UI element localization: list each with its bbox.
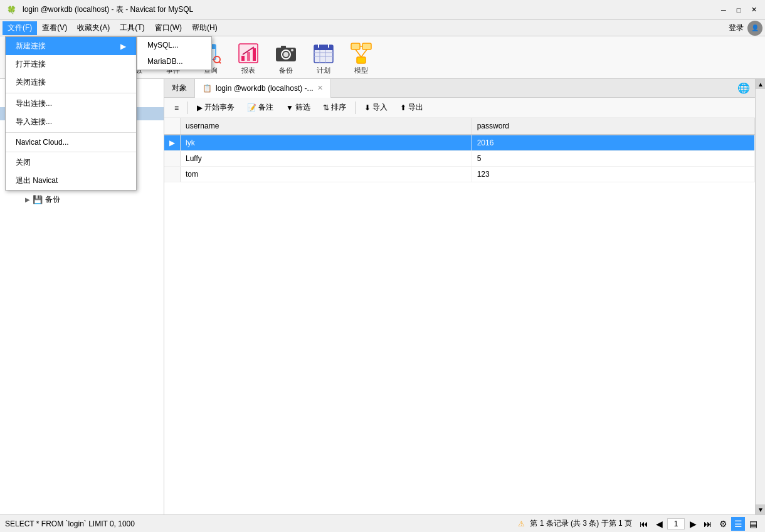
dropdown-navicat-cloud[interactable]: Navicat Cloud...	[6, 134, 136, 150]
toolbar-model[interactable]: 模型	[344, 39, 379, 76]
dropdown-close-conn[interactable]: 关闭连接	[6, 73, 136, 91]
model-icon	[350, 42, 372, 65]
filter-icon: ▼	[286, 103, 293, 112]
dropdown-divider-1	[6, 93, 136, 93]
page-number[interactable]: 1	[667, 518, 685, 529]
svg-rect-47	[362, 43, 371, 50]
tab-login-label: login @workdb (localhost) -...	[216, 84, 314, 93]
menu-view[interactable]: 查看(V)	[37, 21, 72, 35]
dropdown-open-conn[interactable]: 打开连接	[6, 55, 136, 73]
sort-label: 排序	[331, 102, 346, 113]
dropdown-import-conn[interactable]: 导入连接...	[6, 113, 136, 131]
maximize-button[interactable]: □	[732, 4, 745, 16]
svg-rect-39	[314, 45, 333, 50]
submenu-mysql[interactable]: MySQL...	[137, 37, 211, 53]
cell-username[interactable]: Luffy	[181, 151, 472, 167]
table-row[interactable]: tom 123	[164, 167, 755, 182]
window-title: login @workdb (localhost) - 表 - Navicat …	[23, 4, 717, 15]
dropdown-new-conn[interactable]: 新建连接 ▶	[6, 37, 136, 55]
scroll-track[interactable]	[756, 89, 765, 504]
export-button[interactable]: ⬆ 导出	[395, 100, 428, 115]
scroll-down[interactable]: ▼	[756, 504, 765, 514]
tab-new-button[interactable]: 🌐	[732, 80, 755, 96]
svg-rect-36	[281, 46, 286, 48]
sort-button[interactable]: ⇅ 排序	[318, 100, 351, 115]
last-page-button[interactable]: ⏭	[701, 517, 715, 531]
scroll-up[interactable]: ▲	[756, 79, 765, 89]
table-row[interactable]: Luffy 5	[164, 151, 755, 167]
menu-tools[interactable]: 工具(T)	[115, 21, 149, 35]
submenu-mariadb[interactable]: MariaDB...	[137, 53, 211, 70]
separator-2	[355, 102, 356, 114]
dropdown-close[interactable]: 关闭	[6, 154, 136, 172]
page-info: 第 1 条记录 (共 3 条) 于第 1 页	[530, 518, 632, 529]
row-marker	[164, 167, 181, 182]
tab-search-input[interactable]	[336, 84, 727, 93]
toolbar-report[interactable]: 报表	[231, 39, 266, 76]
backup-group-icon: 💾	[33, 195, 43, 204]
separator-1	[187, 102, 188, 114]
minimize-button[interactable]: ─	[717, 4, 730, 16]
grid-view-button[interactable]: ☰	[731, 517, 745, 531]
status-bar: SELECT * FROM `login` LIMIT 0, 1000 ⚠ 第 …	[0, 514, 765, 532]
toolbar-plan[interactable]: 计划	[306, 39, 341, 76]
col-password[interactable]: password	[472, 118, 754, 135]
menu-help[interactable]: 帮助(H)	[187, 21, 223, 35]
data-table: username password ▶ lyk 2016 Luffy 5	[164, 118, 755, 182]
col-username[interactable]: username	[181, 118, 472, 135]
backup-group-label: 备份	[45, 194, 60, 205]
sidebar-backup-group[interactable]: ▶ 💾 备份	[0, 192, 164, 207]
tab-object[interactable]: 对象	[164, 79, 195, 98]
row-indicator-header	[164, 118, 181, 135]
svg-line-28	[219, 61, 221, 63]
login-label[interactable]: 登录	[729, 23, 744, 33]
first-page-button[interactable]: ⏮	[637, 517, 651, 531]
export-label: 导出	[408, 102, 423, 113]
svg-rect-31	[247, 52, 250, 61]
comment-button[interactable]: 📝 备注	[242, 100, 278, 115]
cell-password[interactable]: 2016	[472, 135, 754, 151]
cell-password[interactable]: 123	[472, 167, 754, 182]
table-row[interactable]: ▶ lyk 2016	[164, 135, 755, 151]
prev-page-button[interactable]: ◀	[652, 517, 666, 531]
transaction-button[interactable]: ▶ 开始事务	[192, 100, 240, 115]
toolbar-backup[interactable]: 备份	[268, 39, 303, 76]
settings-button[interactable]: ⚙	[716, 517, 730, 531]
cell-username[interactable]: lyk	[181, 135, 472, 151]
row-marker	[164, 151, 181, 167]
svg-line-50	[361, 50, 367, 57]
svg-rect-46	[351, 43, 360, 50]
toolbar-model-label: 模型	[354, 66, 368, 75]
app-logo: 🍀	[5, 4, 18, 16]
menu-bar: 文件(F) 查看(V) 收藏夹(A) 工具(T) 窗口(W) 帮助(H) 登录 …	[0, 20, 765, 36]
warning-icon: ⚠	[518, 519, 525, 528]
next-page-button[interactable]: ▶	[686, 517, 700, 531]
import-icon: ⬇	[364, 103, 371, 112]
tab-login-table[interactable]: 📋 login @workdb (localhost) -... ✕	[195, 79, 331, 98]
import-button[interactable]: ⬇ 导入	[359, 100, 393, 115]
tab-login-icon: 📋	[203, 84, 212, 93]
tab-object-label: 对象	[172, 83, 187, 93]
menu-button[interactable]: ≡	[169, 102, 184, 114]
dropdown-export-conn[interactable]: 导出连接...	[6, 95, 136, 113]
filter-button[interactable]: ▼ 筛选	[281, 100, 315, 115]
cell-username[interactable]: tom	[181, 167, 472, 182]
list-view-button[interactable]: ▤	[746, 517, 760, 531]
right-scrollbar[interactable]: ▲ ▼	[755, 79, 765, 514]
menu-window[interactable]: 窗口(W)	[150, 21, 187, 35]
svg-rect-32	[253, 48, 256, 61]
close-button[interactable]: ✕	[747, 4, 760, 16]
filter-label: 筛选	[295, 102, 310, 113]
dropdown-exit[interactable]: 退出 Navicat	[6, 172, 136, 190]
toolbar-backup-label: 备份	[279, 66, 293, 75]
user-avatar[interactable]: 👤	[747, 21, 762, 36]
import-label: 导入	[372, 102, 388, 113]
menu-file[interactable]: 文件(F)	[3, 21, 37, 35]
export-icon: ⬆	[400, 103, 406, 112]
tab-bar: 对象 📋 login @workdb (localhost) -... ✕ 🌐	[164, 79, 755, 98]
plan-icon	[312, 42, 335, 65]
cell-password[interactable]: 5	[472, 151, 754, 167]
menu-favorites[interactable]: 收藏夹(A)	[72, 21, 115, 35]
comment-label: 备注	[258, 102, 273, 113]
tab-close-icon[interactable]: ✕	[317, 84, 323, 92]
